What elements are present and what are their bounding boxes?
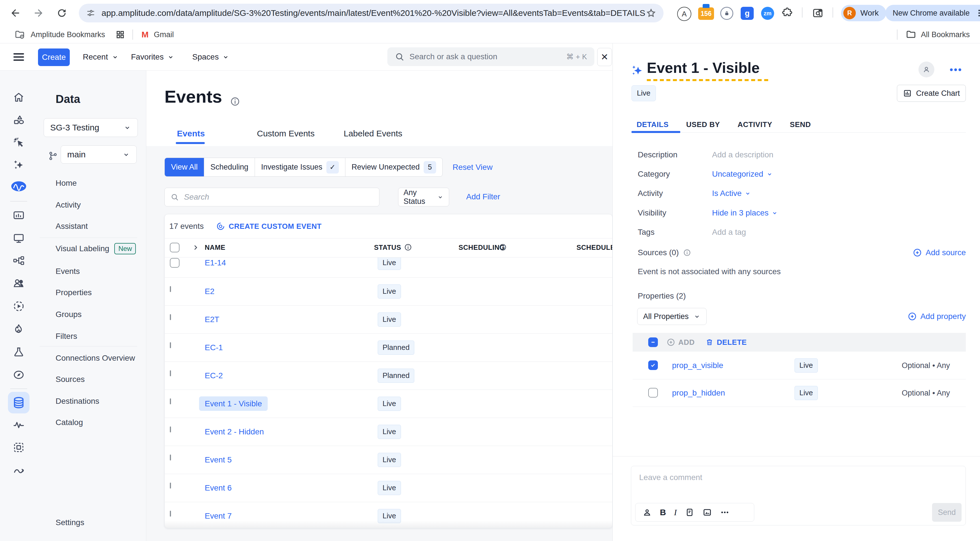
row-checkbox-checked[interactable] (648, 360, 658, 370)
bold-icon[interactable]: B (660, 508, 666, 517)
extensions-puzzle-icon[interactable] (781, 7, 794, 19)
create-custom-event-link[interactable]: CREATE CUSTOM EVENT (216, 222, 321, 231)
row-checkbox[interactable] (170, 258, 180, 268)
row-checkbox[interactable] (170, 343, 171, 348)
create-button[interactable]: Create (38, 48, 70, 66)
send-button[interactable]: Send (932, 503, 962, 522)
table-row[interactable]: Event 5 Live (165, 446, 612, 474)
create-chart-button[interactable]: Create Chart (897, 85, 966, 102)
tags-placeholder[interactable]: Add a tag (712, 226, 746, 238)
table-row[interactable]: EC-2 Planned (165, 362, 612, 390)
bookmark-star-icon[interactable] (645, 7, 657, 19)
row-checkbox[interactable] (170, 427, 171, 432)
segment-review-unexpected[interactable]: Review Unexpected 5 (345, 158, 442, 177)
sidebar-item-activity[interactable]: Activity (56, 199, 81, 211)
extension-a-icon[interactable]: A (677, 7, 691, 21)
tab-send[interactable]: SEND (790, 120, 811, 129)
comment-composer[interactable]: Leave a comment B I Send (631, 466, 966, 525)
col-scheduling[interactable]: SCHEDULING (458, 243, 505, 251)
close-search-button[interactable]: ✕ (597, 48, 612, 66)
event-link[interactable]: E2 (205, 287, 215, 296)
global-search[interactable]: Search or ask a question ⌘ + K (387, 47, 594, 66)
row-checkbox[interactable] (170, 399, 171, 404)
panel-title[interactable]: Event 1 - Visible (647, 59, 760, 76)
data-database-icon[interactable] (8, 392, 30, 414)
row-checkbox[interactable] (170, 315, 171, 320)
tab-custom-events[interactable]: Custom Events (257, 126, 315, 141)
template-icon[interactable] (685, 508, 694, 517)
segment-investigate-issues[interactable]: Investigate Issues ✓ (255, 158, 345, 177)
activity-value[interactable]: Is Active (712, 188, 751, 199)
event-link[interactable]: EC-1 (205, 343, 223, 352)
sidebar-item-events[interactable]: Events (56, 265, 80, 278)
tab-used-by[interactable]: USED BY (686, 120, 720, 129)
add-filter-link[interactable]: Add Filter (466, 192, 500, 201)
gmail-bookmark-label[interactable]: Gmail (154, 30, 174, 39)
expand-all-icon[interactable] (192, 243, 200, 251)
table-row[interactable]: Event 6 Live (165, 474, 612, 502)
sidebar-item-properties[interactable]: Properties (56, 286, 92, 299)
recent-menu[interactable]: Recent (83, 43, 119, 70)
tab-activity[interactable]: ACTIVITY (738, 120, 772, 129)
more-menu-icon[interactable] (948, 65, 963, 74)
sidebar-item-sources[interactable]: Sources (56, 373, 85, 386)
grammarly-icon[interactable]: g (741, 7, 754, 20)
extension-badge-icon[interactable]: 156 (698, 7, 714, 20)
bookmarks-folder-icon[interactable] (14, 29, 25, 40)
segment-view-all[interactable]: View All (165, 158, 204, 177)
bulk-add-button[interactable]: ADD (667, 338, 695, 347)
status-filter-dropdown[interactable]: Any Status (398, 188, 449, 207)
all-bookmarks-label[interactable]: All Bookmarks (921, 30, 970, 39)
password-manager-icon[interactable] (720, 7, 733, 20)
property-link[interactable]: prop_b_hidden (672, 388, 725, 398)
site-settings-icon[interactable] (86, 8, 96, 18)
visibility-value[interactable]: Hide in 3 places (712, 207, 778, 219)
sidebar-item-filters[interactable]: Filters (56, 330, 77, 342)
add-property-link[interactable]: Add property (907, 311, 966, 322)
profile-chip[interactable]: R Work (841, 5, 886, 21)
cursor-click-icon[interactable] (13, 136, 25, 149)
analytics-chart-icon[interactable] (13, 209, 25, 222)
bulk-delete-button[interactable]: DELETE (705, 338, 747, 347)
category-value[interactable]: Uncategorized (712, 169, 773, 180)
info-icon[interactable] (498, 243, 507, 251)
row-checkbox[interactable] (170, 455, 171, 460)
all-bookmarks-folder-icon[interactable] (905, 29, 917, 40)
col-name[interactable]: NAME (205, 243, 226, 251)
reload-icon[interactable] (54, 6, 69, 21)
back-icon[interactable] (8, 6, 23, 21)
monitor-icon[interactable] (13, 232, 25, 244)
project-selector[interactable]: SG-3 Testing (44, 118, 138, 137)
row-checkbox[interactable] (170, 371, 171, 376)
watcher-avatar[interactable] (918, 62, 934, 77)
segment-scheduling[interactable]: Scheduling (204, 158, 255, 177)
info-icon[interactable] (404, 243, 412, 251)
kebab-menu-icon[interactable] (974, 8, 980, 18)
description-placeholder[interactable]: Add a description (712, 149, 773, 161)
sidebar-item-groups[interactable]: Groups (56, 308, 82, 321)
property-link[interactable]: prop_a_visible (672, 361, 723, 370)
compass-icon[interactable] (13, 369, 25, 381)
table-search[interactable] (164, 188, 379, 207)
select-all-checkbox[interactable] (170, 243, 180, 252)
table-search-input[interactable] (183, 192, 374, 202)
table-row[interactable]: Event 2 - Hidden Live (165, 418, 612, 446)
table-row[interactable]: E2 Live (165, 278, 612, 306)
table-row[interactable]: EC-1 Planned (165, 334, 612, 362)
favorites-menu[interactable]: Favorites (131, 43, 174, 70)
row-checkbox[interactable] (170, 286, 171, 292)
gmail-icon[interactable]: M (140, 29, 151, 40)
table-row[interactable]: E1-14 Live (165, 258, 612, 278)
tab-details[interactable]: DETAILS (636, 120, 669, 129)
more-options-icon[interactable] (720, 510, 730, 515)
spaces-menu[interactable]: Spaces (192, 43, 229, 70)
selection-frame-icon[interactable] (13, 441, 25, 453)
sidebar-item-destinations[interactable]: Destinations (56, 395, 99, 407)
signal-pulse-icon[interactable] (13, 419, 25, 431)
event-link[interactable]: Event 7 (205, 511, 232, 520)
table-row[interactable]: E2T Live (165, 306, 612, 334)
col-scheduled[interactable]: SCHEDULED (576, 243, 612, 251)
add-source-link[interactable]: Add source (913, 247, 966, 258)
sidebar-item-settings[interactable]: Settings (56, 516, 84, 529)
users-icon[interactable] (13, 277, 25, 289)
